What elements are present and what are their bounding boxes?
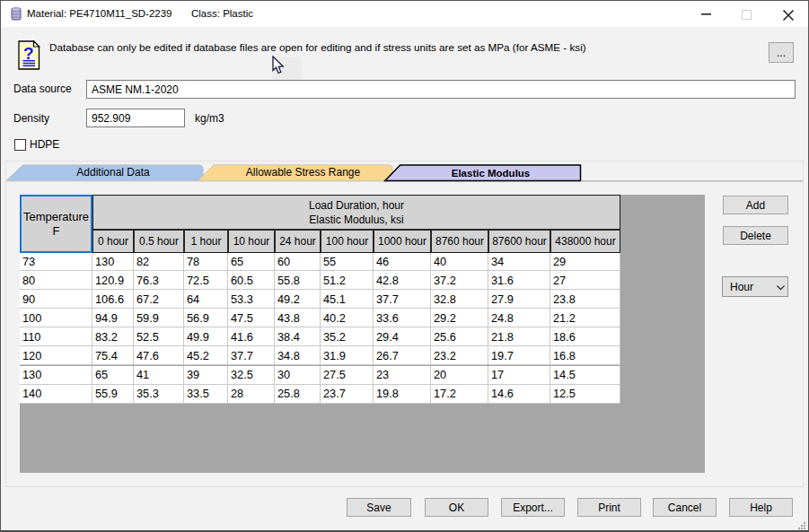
svg-text:?: ? — [23, 44, 34, 63]
svg-text:Allowable Stress Range: Allowable Stress Range — [246, 166, 361, 179]
svg-text:Additional Data: Additional Data — [76, 166, 150, 179]
svg-text:Elastic Modulus: Elastic Modulus — [452, 168, 531, 179]
